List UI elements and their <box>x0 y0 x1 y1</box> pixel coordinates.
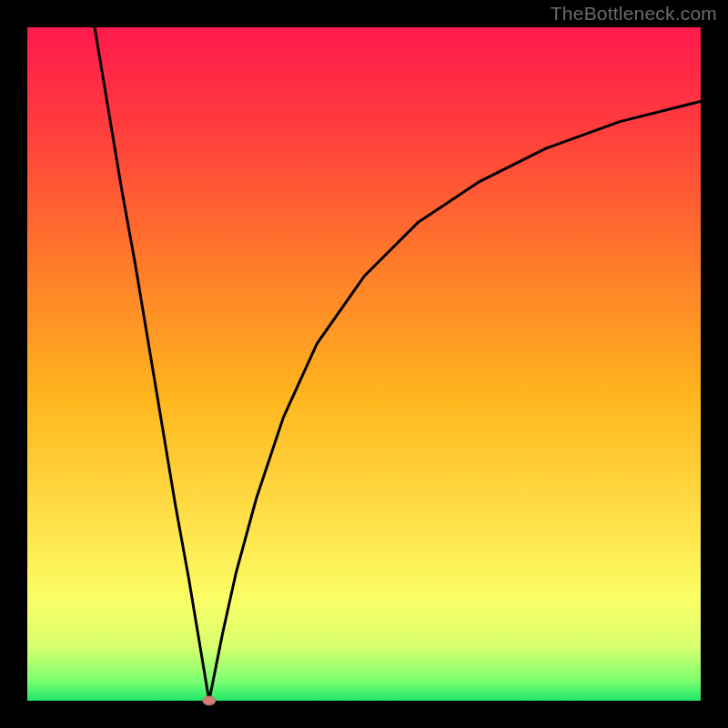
chart-canvas <box>0 0 728 728</box>
minimum-marker <box>203 696 216 705</box>
attribution-text: TheBottleneck.com <box>551 3 717 25</box>
outer-frame: TheBottleneck.com <box>0 0 728 728</box>
